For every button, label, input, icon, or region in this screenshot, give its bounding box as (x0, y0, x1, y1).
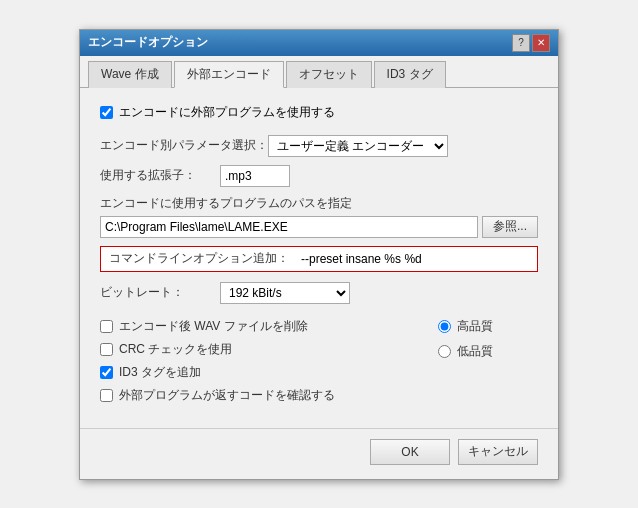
high-quality-option: 高品質 (438, 318, 538, 335)
title-bar-buttons: ? ✕ (512, 34, 550, 52)
ok-button[interactable]: OK (370, 439, 450, 465)
dialog-title: エンコードオプション (88, 34, 208, 51)
extension-row: 使用する拡張子： (100, 165, 538, 187)
verify-return-checkbox[interactable] (100, 389, 113, 402)
tab-external-encode[interactable]: 外部エンコード (174, 61, 284, 88)
program-path-label: エンコードに使用するプログラムのパスを指定 (100, 195, 538, 212)
crc-check-checkbox[interactable] (100, 343, 113, 356)
options-section: エンコード後 WAV ファイルを削除 CRC チェックを使用 ID3 タグを追加… (100, 318, 538, 404)
program-path-input[interactable] (100, 216, 478, 238)
encoder-param-label: エンコード別パラメータ選択： (100, 137, 268, 154)
help-button[interactable]: ? (512, 34, 530, 52)
delete-wav-option: エンコード後 WAV ファイルを削除 (100, 318, 418, 335)
title-bar: エンコードオプション ? ✕ (80, 30, 558, 56)
enable-external-checkbox[interactable] (100, 106, 113, 119)
options-right: 高品質 低品質 (438, 318, 538, 404)
verify-return-option: 外部プログラムが返すコードを確認する (100, 387, 418, 404)
tab-id3[interactable]: ID3 タグ (374, 61, 446, 88)
high-quality-radio[interactable] (438, 320, 451, 333)
delete-wav-checkbox[interactable] (100, 320, 113, 333)
bitrate-label: ビットレート： (100, 284, 220, 301)
crc-check-option: CRC チェックを使用 (100, 341, 418, 358)
dialog-footer: OK キャンセル (80, 428, 558, 479)
encode-options-dialog: エンコードオプション ? ✕ Wave 作成 外部エンコード オフセット ID3… (79, 29, 559, 480)
extension-input[interactable] (220, 165, 290, 187)
add-id3-option: ID3 タグを追加 (100, 364, 418, 381)
bitrate-row: ビットレート： 192 kBit/s (100, 282, 538, 304)
cmdline-row: コマンドラインオプション追加： (100, 246, 538, 272)
verify-return-label: 外部プログラムが返すコードを確認する (119, 387, 335, 404)
close-button[interactable]: ✕ (532, 34, 550, 52)
add-id3-checkbox[interactable] (100, 366, 113, 379)
low-quality-label: 低品質 (457, 343, 493, 360)
program-path-row: 参照... (100, 216, 538, 238)
enable-external-row: エンコードに外部プログラムを使用する (100, 104, 538, 121)
low-quality-radio[interactable] (438, 345, 451, 358)
cmdline-input[interactable] (297, 247, 537, 271)
low-quality-option: 低品質 (438, 343, 538, 360)
enable-external-label: エンコードに外部プログラムを使用する (119, 104, 335, 121)
extension-label: 使用する拡張子： (100, 167, 220, 184)
options-left: エンコード後 WAV ファイルを削除 CRC チェックを使用 ID3 タグを追加… (100, 318, 418, 404)
bitrate-select[interactable]: 192 kBit/s (220, 282, 350, 304)
browse-button[interactable]: 参照... (482, 216, 538, 238)
tab-offset[interactable]: オフセット (286, 61, 372, 88)
tab-content: エンコードに外部プログラムを使用する エンコード別パラメータ選択： ユーザー定義… (80, 88, 558, 420)
high-quality-label: 高品質 (457, 318, 493, 335)
encoder-param-control: ユーザー定義 エンコーダー (268, 135, 538, 157)
encoder-param-select[interactable]: ユーザー定義 エンコーダー (268, 135, 448, 157)
cancel-button[interactable]: キャンセル (458, 439, 538, 465)
tab-bar: Wave 作成 外部エンコード オフセット ID3 タグ (80, 56, 558, 88)
tab-wave[interactable]: Wave 作成 (88, 61, 172, 88)
encoder-param-row: エンコード別パラメータ選択： ユーザー定義 エンコーダー (100, 135, 538, 157)
cmdline-label: コマンドラインオプション追加： (101, 247, 297, 270)
crc-check-label: CRC チェックを使用 (119, 341, 232, 358)
delete-wav-label: エンコード後 WAV ファイルを削除 (119, 318, 308, 335)
add-id3-label: ID3 タグを追加 (119, 364, 201, 381)
